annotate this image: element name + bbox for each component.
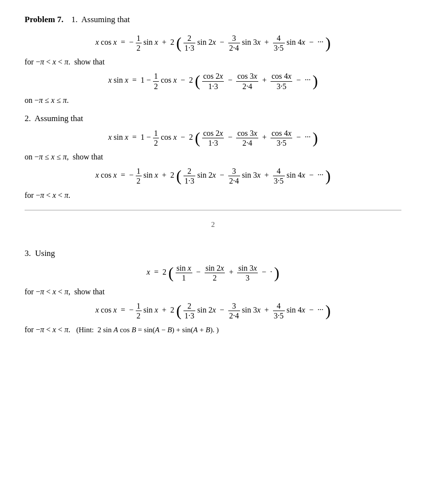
condition-1b: on −π ≤ x ≤ π. — [25, 96, 401, 105]
equation-1a: x cos x = − 1 2 sin x + 2 ( 2 1·3 sin 2x… — [25, 33, 401, 53]
condition-3b: for −π < x < π. (Hint: 2 sin A cos B = s… — [25, 325, 401, 334]
hint-text: (Hint: 2 sin A cos B = sin(A − B) + sin(… — [76, 326, 219, 334]
condition-3a: for −π < x < π, show that — [25, 287, 401, 296]
item-2-section: 2. Assuming that x sin x = 1 − 1 2 cos x… — [25, 114, 401, 200]
item-3-section: 3. Using x = 2 ( sin x 1 − sin 2x 2 + si… — [25, 249, 401, 335]
equation-1b: x sin x = 1 − 1 2 cos x − 2 ( cos 2x 1·3… — [25, 71, 401, 91]
item-2-label: 2. Assuming that — [25, 114, 401, 124]
problem-header: Problem 7. 1. Assuming that — [25, 15, 401, 25]
condition-2b: for −π < x < π. — [25, 191, 401, 200]
item-3-label: 3. Using — [25, 249, 401, 258]
equation-3b: x cos x = − 1 2 sin x + 2 ( 2 1·3 sin 2x… — [25, 301, 401, 320]
item-1-label: 1. Assuming that — [71, 15, 130, 24]
condition-2a: on −π ≤ x ≤ π, show that — [25, 153, 401, 161]
equation-2a: x sin x = 1 − 1 2 cos x − 2 ( cos 2x 1·3… — [25, 128, 401, 148]
equation-3a: x = 2 ( sin x 1 − sin 2x 2 + sin 3x 3 − … — [25, 263, 401, 283]
problem-label: Problem 7. — [25, 15, 63, 24]
condition-1a: for −π < x < π. show that — [25, 58, 401, 66]
equation-2b: x cos x = − 1 2 sin x + 2 ( 2 1·3 sin 2x… — [25, 166, 401, 186]
page-number: 2 — [25, 220, 401, 229]
page-divider — [25, 210, 401, 211]
